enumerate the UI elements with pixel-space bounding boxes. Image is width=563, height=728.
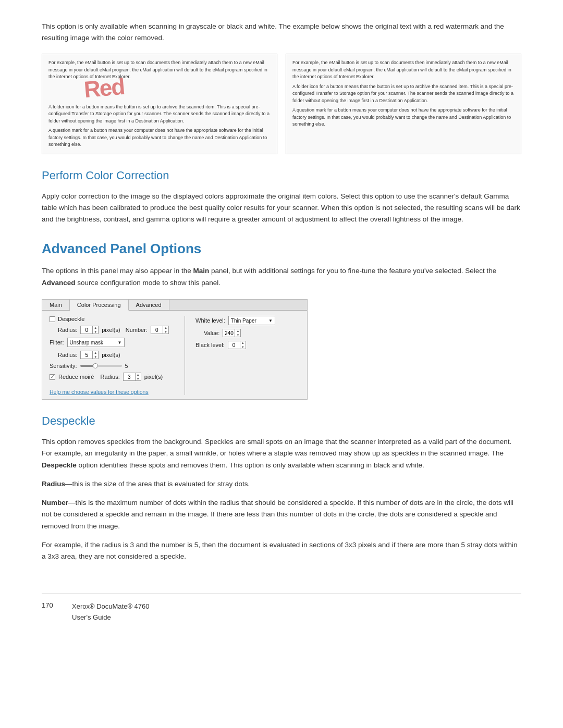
reduce-moire-row: Reduce moiré Radius: 3 ▲▼ pixel(s) — [50, 373, 174, 381]
panel-screenshot: Main Color Processing Advanced Despeckle… — [42, 299, 308, 400]
spinner-arrows-number: ▲▼ — [163, 326, 168, 334]
right-para-3: A question mark for a button means your … — [292, 107, 515, 128]
despeckle-number-spinner[interactable]: 0 ▲▼ — [151, 326, 169, 334]
footer-product-line1: Xerox® DocuMate® 4760 — [72, 601, 150, 612]
image-box-right: For example, the eMail button is set up … — [286, 54, 521, 154]
filter-pixels-label: pixel(s) — [102, 352, 120, 358]
moire-radius-input[interactable]: 3 — [124, 373, 135, 380]
spinner-arrows-radius: ▲▼ — [92, 326, 98, 334]
filter-select[interactable]: Unsharp mask ▼ — [67, 338, 125, 347]
filter-radius-spinner[interactable]: 5 ▲▼ — [80, 351, 99, 359]
perform-color-correction-heading: Perform Color Correction — [42, 169, 521, 182]
black-level-label: Black level: — [195, 342, 225, 348]
image-box-left: For example, the eMail button is set up … — [42, 54, 277, 154]
moire-pixels-label: pixel(s) — [144, 374, 163, 380]
panel-left: Despeckle Radius: 0 ▲▼ pixel(s) Number: … — [50, 316, 174, 395]
slider-thumb — [93, 363, 98, 368]
despeckle-number-input[interactable]: 0 — [151, 326, 163, 334]
despeckle-para1: This option removes speckles from the ba… — [42, 436, 521, 471]
spinner-arrows-black-level: ▲▼ — [240, 341, 246, 349]
footer-page-number: 170 — [42, 601, 68, 609]
tab-color-processing[interactable]: Color Processing — [70, 300, 129, 311]
sensitivity-slider[interactable] — [80, 365, 122, 367]
main-bold: Main — [193, 267, 209, 275]
advanced-bold: Advanced — [42, 279, 76, 287]
despeckle-radius-spinner[interactable]: 0 ▲▼ — [80, 326, 99, 334]
footer-product-line2: User's Guide — [72, 612, 150, 623]
moire-radius-spinner[interactable]: 3 ▲▼ — [123, 373, 141, 381]
help-link[interactable]: Help me choose values for these options — [50, 389, 149, 395]
despeckle-radius-label: Radius: — [58, 327, 77, 333]
despeckle-label: Despeckle — [58, 316, 84, 322]
reduce-moire-label: Reduce moiré — [58, 374, 94, 380]
filter-arrow-icon: ▼ — [118, 340, 122, 345]
perform-color-correction-body: Apply color correction to the image so t… — [42, 191, 521, 226]
white-level-label: White level: — [195, 317, 225, 324]
sensitivity-value: 5 — [125, 363, 128, 369]
right-para-1: For example, the eMail button is set up … — [292, 59, 515, 81]
left-para-3: A question mark for a button means your … — [48, 127, 271, 149]
image-examples-container: For example, the eMail button is set up … — [42, 54, 521, 154]
reduce-moire-checkbox[interactable] — [50, 374, 55, 380]
filter-label: Filter: — [50, 339, 64, 346]
despeckle-checkbox[interactable] — [50, 316, 55, 322]
left-para-1: For example, the eMail button is set up … — [48, 59, 271, 81]
sensitivity-row: Sensitivity: 5 — [50, 363, 174, 369]
filter-radius-input[interactable]: 5 — [81, 351, 92, 359]
white-value-input[interactable]: 240 — [223, 329, 235, 337]
despeckle-radius-input[interactable]: 0 — [81, 326, 92, 334]
number-bold: Number — [42, 499, 68, 507]
spinner-arrows-filter-radius: ▲▼ — [92, 351, 98, 359]
despeckle-pixels-label: pixel(s) — [102, 327, 120, 333]
sensitivity-slider-container — [80, 365, 122, 367]
white-level-select[interactable]: Thin Paper ▼ — [228, 316, 275, 325]
despeckle-number-label: Number: — [126, 327, 148, 333]
advanced-panel-heading: Advanced Panel Options — [42, 241, 521, 257]
tab-advanced[interactable]: Advanced — [129, 300, 169, 310]
panel-right: White level: Thin Paper ▼ Value: 240 ▲▼ — [195, 316, 300, 395]
value-label: Value: — [204, 330, 219, 336]
panel-tabs: Main Color Processing Advanced — [42, 300, 307, 311]
black-level-spinner[interactable]: 0 ▲▼ — [228, 341, 246, 349]
number-para: Number—this is the maximum number of dot… — [42, 497, 521, 532]
intro-paragraph: This option is only available when scann… — [42, 21, 521, 43]
example-para: For example, if the radius is 3 and the … — [42, 539, 521, 563]
right-para-2: A folder icon for a button means that th… — [292, 83, 515, 105]
panel-body: Despeckle Radius: 0 ▲▼ pixel(s) Number: … — [42, 311, 307, 399]
filter-value: Unsharp mask — [70, 340, 103, 346]
filter-radius-label: Radius: — [58, 352, 77, 358]
despeckle-radius-row: Radius: 0 ▲▼ pixel(s) Number: 0 ▲▼ — [58, 326, 174, 334]
white-level-arrow-icon: ▼ — [268, 318, 273, 323]
tab-main[interactable]: Main — [42, 300, 70, 310]
black-level-input[interactable]: 0 — [228, 341, 240, 349]
radius-para: Radius—this is the size of the area that… — [42, 478, 521, 490]
left-para-2: A folder icon for a button means the but… — [48, 104, 271, 125]
spinner-arrows-moire: ▲▼ — [135, 373, 141, 381]
radius-bold: Radius — [42, 480, 65, 488]
despeckle-row: Despeckle — [50, 316, 174, 322]
advanced-panel-intro: The options in this panel may also appea… — [42, 265, 521, 289]
panel-divider — [185, 316, 185, 395]
radius-text: —this is the size of the area that is ev… — [65, 480, 250, 488]
white-value-row: Value: 240 ▲▼ — [204, 329, 300, 337]
despeckle-heading: Despeckle — [42, 414, 521, 428]
white-level-row: White level: Thin Paper ▼ — [195, 316, 300, 325]
footer-product: Xerox® DocuMate® 4760 User's Guide — [72, 601, 150, 623]
filter-radius-row: Radius: 5 ▲▼ pixel(s) — [58, 351, 174, 359]
filter-row: Filter: Unsharp mask ▼ — [50, 338, 174, 347]
white-level-value: Thin Paper — [231, 318, 256, 324]
despeckle-bold: Despeckle — [42, 461, 77, 469]
number-text: —this is the maximum number of dots with… — [42, 499, 513, 530]
white-value-spinner[interactable]: 240 ▲▼ — [223, 329, 241, 337]
sensitivity-label: Sensitivity: — [50, 363, 77, 369]
moire-radius-label: Radius: — [100, 374, 119, 380]
footer: 170 Xerox® DocuMate® 4760 User's Guide — [42, 594, 521, 623]
spinner-arrows-white-value: ▲▼ — [235, 329, 240, 337]
black-level-row: Black level: 0 ▲▼ — [195, 341, 300, 349]
